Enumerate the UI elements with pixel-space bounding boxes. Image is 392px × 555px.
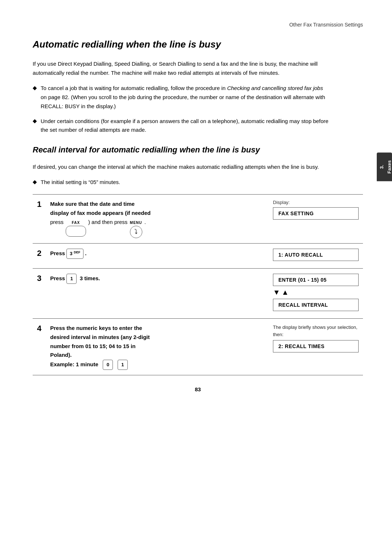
step1-press-label: press	[50, 219, 65, 225]
bullet-diamond-2: ◆	[33, 118, 37, 124]
arrow-down-2: ▲	[282, 288, 289, 297]
step2-display-box: 1: AUTO RECALL	[273, 249, 359, 261]
step-row-4: 4 Press the numeric keys to enter the de…	[33, 319, 363, 375]
step3-display: ENTER (01 - 15) 05 ▼ ▲ RECALL INTERVAL	[269, 269, 363, 319]
step4-example-label: Example: 1 minute	[50, 361, 101, 367]
step3-display-box-enter: ENTER (01 - 15) 05	[273, 274, 359, 286]
step2-press: Press	[50, 250, 66, 256]
step3-arrows: ▼ ▲	[273, 288, 359, 297]
step1-period: .	[144, 219, 146, 225]
step1-display-label: Display:	[273, 200, 359, 205]
steps-table: 1 Make sure that the date and timedispla…	[33, 194, 363, 375]
step1-display-box: FAX SETTING	[273, 207, 359, 220]
step-row-3: 3 Press 1 3 times. ENTER (01 - 15) 05 ▼ …	[33, 269, 363, 319]
step4-display: The display briefly shows your selection…	[269, 319, 363, 375]
step-row-1: 1 Make sure that the date and timedispla…	[33, 195, 363, 244]
section1-title: Automatic redialling when the line is bu…	[33, 38, 363, 51]
menu-key-button: ⤵	[130, 226, 142, 238]
step3-times: 3 times.	[78, 275, 100, 281]
side-tab-line3: 3.	[379, 165, 385, 169]
step4-key-0: 0	[103, 360, 113, 370]
step-content-1: Make sure that the date and timedisplay …	[46, 195, 269, 244]
step-num-4: 4	[33, 319, 46, 375]
step3-key-1: 1	[66, 274, 77, 283]
bullet-text-1: To cancel a job that is waiting for auto…	[41, 84, 330, 111]
arrow-down-1: ▼	[273, 288, 280, 297]
fax-key-button	[66, 226, 86, 236]
step2-display: 1: AUTO RECALL	[269, 244, 363, 269]
step4-display-box: 2: RECALL TIMES	[273, 340, 359, 352]
section2-title: Recall interval for automatic redialling…	[33, 145, 330, 155]
menu-key-wrap: MENU ⤵	[130, 220, 142, 238]
step1-bold1: Make sure that the date and timedisplay …	[50, 201, 151, 216]
step1-and-then: ) and then press	[88, 219, 129, 225]
step-num-3: 3	[33, 269, 46, 319]
section2-intro: If desired, you can change the interval …	[33, 163, 330, 172]
step2-period: .	[85, 250, 86, 256]
side-tab: 3. Faxes Sending	[377, 152, 392, 181]
step-content-3: Press 1 3 times.	[46, 269, 269, 319]
bullet-item-2: ◆ Under certain conditions (for example …	[33, 117, 330, 135]
step1-display: Display: FAX SETTING	[269, 195, 363, 244]
fax-key-wrap: FAX	[66, 220, 86, 237]
step-num-1: 1	[33, 195, 46, 244]
step3-press: Press	[50, 275, 66, 281]
page-header: Other Fax Transmission Settings	[33, 22, 363, 28]
initial-bullet: ◆ The initial setting is “05” minutes.	[33, 178, 330, 187]
step4-note: The display briefly shows your selection…	[273, 324, 359, 338]
step4-bold1: Press the numeric keys to enter the desi…	[50, 325, 150, 358]
bullet-item-1: ◆ To cancel a job that is waiting for au…	[33, 84, 330, 111]
fax-label: FAX	[72, 220, 80, 226]
bullet-diamond-initial: ◆	[33, 179, 37, 185]
bullet-diamond-1: ◆	[33, 85, 37, 91]
step4-key-1: 1	[118, 360, 128, 370]
bullet-text-2: Under certain conditions (for example if…	[41, 117, 330, 135]
step-row-2: 2 Press 3 DEF . 1: AUTO RECALL	[33, 244, 363, 269]
page-number: 83	[33, 386, 363, 392]
page: Other Fax Transmission Settings Automati…	[0, 0, 392, 555]
step3-display-box-recall: RECALL INTERVAL	[273, 299, 359, 311]
step2-key-3: 3 DEF	[66, 249, 83, 259]
side-tab-line2: Faxes	[387, 160, 392, 174]
step-content-4: Press the numeric keys to enter the desi…	[46, 319, 269, 375]
step-content-2: Press 3 DEF .	[46, 244, 269, 269]
menu-label: MENU	[130, 220, 142, 226]
step-num-2: 2	[33, 244, 46, 269]
section1-intro: If you use Direct Keypad Dialling, Speed…	[33, 60, 330, 78]
initial-bullet-text: The initial setting is “05” minutes.	[41, 178, 120, 187]
header-title: Other Fax Transmission Settings	[289, 22, 363, 28]
